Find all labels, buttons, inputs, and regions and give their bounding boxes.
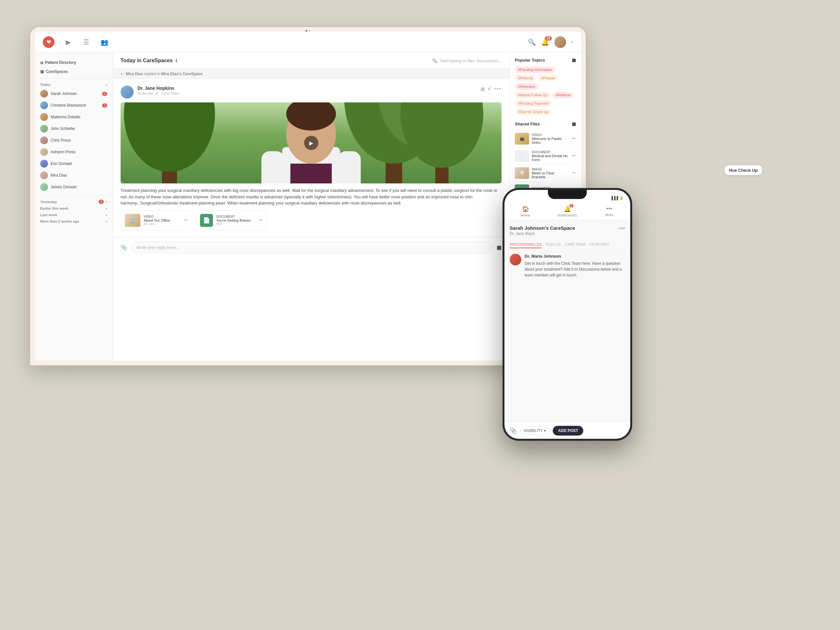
grid-view-icon[interactable]: ▦ bbox=[480, 86, 485, 91]
notifications-button[interactable]: 🔔 23 bbox=[541, 38, 549, 46]
avatar-dropdown-chevron[interactable]: ▾ bbox=[571, 40, 573, 44]
patient-directory-label: Patient Directory bbox=[45, 60, 76, 65]
visibility-label: VISIBILITY bbox=[524, 428, 543, 433]
video-file-info: VIDEO Welcome to Parikh Ortho bbox=[532, 133, 569, 145]
phone-post-author: Dr. Maria Johnson bbox=[524, 254, 625, 258]
files-grid-icon[interactable]: ▦ bbox=[572, 121, 576, 126]
attachment-doc-info: DOCUMENT You're Getting Braces PDF bbox=[216, 215, 256, 226]
reply-area: 📎 Write your reply here... ▦ bbox=[113, 237, 509, 257]
shared-file-video[interactable]: 🎬 VIDEO Welcome to Parikh Ortho ••• bbox=[515, 130, 576, 148]
carespaces-label: CareSpaces bbox=[46, 69, 68, 74]
more-icon: ••• bbox=[606, 205, 613, 212]
app-logo[interactable]: ❤ bbox=[43, 36, 54, 48]
replied-text: Mira Dias replied in Mira Dias's CareSpa… bbox=[126, 72, 203, 76]
sidebar-group-today[interactable]: Today ▴ bbox=[35, 81, 112, 88]
doc-file-more[interactable]: ••• bbox=[572, 154, 576, 158]
topic-phasell[interactable]: #Phasell bbox=[538, 75, 558, 81]
erin-dorwart-name: Erin Dorwart bbox=[51, 161, 107, 166]
image-file-more[interactable]: ••• bbox=[572, 171, 576, 175]
video-thumbnail: 🏢 bbox=[125, 214, 141, 227]
user-avatar[interactable] bbox=[554, 36, 566, 48]
doc-file-name: Medical and Dental Hx Form bbox=[532, 154, 569, 162]
yesterday-chevron: ▾ bbox=[106, 200, 107, 203]
video-file-more[interactable]: ••• bbox=[572, 136, 576, 141]
more-options-icon[interactable]: ••• bbox=[494, 86, 502, 92]
shared-file-image[interactable]: 🦷 IMAGE Metal vs Clear Brackets ••• bbox=[515, 165, 576, 182]
reply-send-icon[interactable]: ▦ bbox=[497, 244, 502, 250]
image-file-thumb: 🦷 bbox=[515, 167, 529, 179]
add-post-button[interactable]: ADD POST bbox=[553, 426, 583, 436]
video-file-type: VIDEO bbox=[532, 133, 569, 137]
shared-file-document[interactable]: 📄 DOCUMENT Medical and Dental Hx Form ••… bbox=[515, 148, 576, 165]
phone-nav-more[interactable]: ••• More bbox=[589, 204, 630, 219]
visibility-chevron: ▾ bbox=[544, 428, 546, 433]
sarah-johnson-avatar bbox=[40, 90, 48, 98]
topic-needs-follow-up[interactable]: #Needs Follow Up bbox=[515, 92, 551, 98]
visibility-button[interactable]: VISIBILITY ▾ bbox=[520, 426, 549, 435]
sidebar-item-mira-dias[interactable]: Mira Dias bbox=[35, 170, 112, 181]
ashlynn-press-avatar bbox=[40, 148, 48, 156]
today-label: Today bbox=[40, 83, 51, 87]
sidebar-group-earlier-this-week[interactable]: Earlier this week ▾ bbox=[35, 205, 112, 212]
sidebar-item-ashlynn-press[interactable]: Ashlynn Press bbox=[35, 146, 112, 158]
phone-nav-home[interactable]: 🏠 Home bbox=[504, 204, 546, 219]
reply-attachment-icon[interactable]: 📎 bbox=[121, 244, 127, 250]
post-author-info: Dr. Jane Hopkins Yesterday ✓ Clinic Team bbox=[137, 85, 477, 96]
christine-blackwood-name: Christine Blackwood bbox=[51, 103, 99, 107]
topic-due-for-check-up[interactable]: #Due for Check Up bbox=[515, 109, 552, 115]
image-file-type: IMAGE bbox=[532, 167, 569, 171]
tab-care-team[interactable]: CARE TEAM bbox=[565, 241, 586, 248]
carespace-more-icon[interactable]: ••• bbox=[619, 225, 625, 232]
search-button[interactable]: 🔍 bbox=[528, 38, 536, 46]
sidebar-item-chris-press[interactable]: Chris Press bbox=[35, 134, 112, 146]
popular-topics-title: Popular Topics ▦ bbox=[515, 58, 576, 63]
feed-info-icon[interactable]: ℹ bbox=[175, 58, 177, 63]
attachment-name-doc: You're Getting Braces bbox=[216, 219, 256, 222]
reply-input[interactable]: Write your reply here... bbox=[131, 241, 493, 254]
phone-attachment-icon[interactable]: 📎 bbox=[510, 427, 517, 434]
patient-directory-header: ▦ Patient Directory bbox=[35, 58, 112, 68]
doc-file-type: DOCUMENT bbox=[532, 150, 569, 154]
sidebar-group-yesterday[interactable]: Yesterday 5 ▾ bbox=[35, 198, 112, 205]
topics-grid-icon[interactable]: ▦ bbox=[572, 58, 576, 63]
attachment-video[interactable]: 🏢 VIDEO About Our Office 60 mins ••• bbox=[121, 210, 192, 230]
nav-video-icon[interactable]: ▶ bbox=[63, 38, 73, 47]
sidebar-item-erin-dorwart[interactable]: Erin Dorwart bbox=[35, 158, 112, 170]
phone-tabs: DISCUSSIONS (10) FILES (4) CARE TEAM YOU… bbox=[510, 241, 625, 249]
tab-files[interactable]: FILES (4) bbox=[545, 241, 561, 248]
topic-pending-information[interactable]: #Pending Information bbox=[515, 66, 555, 73]
post-team: Clinic Team bbox=[161, 91, 180, 95]
sidebar-item-makenna-dokidis[interactable]: Makenna Dokidis bbox=[35, 111, 112, 123]
play-button[interactable]: ▶ bbox=[304, 136, 318, 150]
feed-header: Today in CareSpaces ℹ 🔍 Start typing to … bbox=[113, 52, 509, 69]
phone-nav-notifications[interactable]: 🔔 3 Notifications bbox=[546, 204, 588, 219]
mira-dias-name: Mira Dias bbox=[51, 173, 107, 178]
nav-list-icon[interactable]: ☰ bbox=[82, 38, 91, 47]
topic-referral-1[interactable]: #Referral bbox=[515, 75, 536, 81]
filter-placeholder[interactable]: Start typing to filter discussions... bbox=[440, 58, 502, 63]
attachment-document[interactable]: 📄 DOCUMENT You're Getting Braces PDF ••• bbox=[196, 210, 267, 230]
topic-referral-2[interactable]: #Referral bbox=[553, 92, 573, 98]
topic-retention[interactable]: #Retention bbox=[515, 83, 538, 90]
svg-rect-11 bbox=[291, 164, 332, 183]
sidebar-group-more-than-2-weeks[interactable]: More than 2 weeks ago ▾ bbox=[35, 218, 112, 225]
image-file-info: IMAGE Metal vs Clear Brackets bbox=[532, 167, 569, 179]
sidebar-item-sarah-johnson[interactable]: Sarah Johnson 2 bbox=[35, 88, 112, 99]
sidebar-item-christine-blackwood[interactable]: Christine Blackwood 1 bbox=[35, 99, 112, 111]
sidebar-item-james-dorwart[interactable]: James Dorwart bbox=[35, 181, 112, 193]
doc-more-icon[interactable]: ••• bbox=[259, 218, 263, 223]
phone-carespace-sub: Dr. Jane Black bbox=[510, 232, 575, 236]
video-more-icon[interactable]: ••• bbox=[183, 218, 188, 223]
sidebar-item-john-schleifer[interactable]: John Schleifer bbox=[35, 123, 112, 134]
phone-bottom-bar: 📎 VISIBILITY ▾ ADD POST bbox=[504, 422, 630, 439]
tab-discussions[interactable]: DISCUSSIONS (10) bbox=[510, 241, 542, 248]
verified-icon: ✓ bbox=[155, 91, 159, 96]
topic-pending-payment[interactable]: #Pending Payment bbox=[515, 100, 551, 107]
nav-team-icon[interactable]: 👥 bbox=[100, 38, 109, 47]
post-card: Dr. Jane Hopkins Yesterday ✓ Clinic Team… bbox=[113, 79, 509, 237]
replied-in-name: Mira Dias's CareSpace bbox=[161, 72, 203, 76]
sidebar-group-last-week[interactable]: Last week ▾ bbox=[35, 212, 112, 218]
tab-your-info[interactable]: YOUR INFO bbox=[589, 241, 609, 248]
check-icon[interactable]: ✓ bbox=[487, 85, 491, 92]
image-file-name: Metal vs Clear Brackets bbox=[532, 171, 569, 179]
